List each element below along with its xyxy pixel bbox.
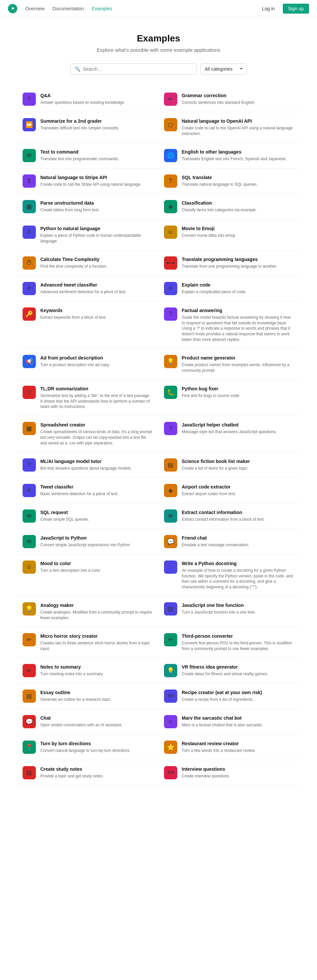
nav-link-documentation[interactable]: Documentation [53,6,84,11]
card-desc-12: Convert movie titles into emoji. [182,233,236,239]
card-27[interactable]: # Tweet classifer Basic sentiment detect… [17,478,159,503]
card-icon-12: ☺ [164,226,177,239]
nav-link-overview[interactable]: Overview [25,6,45,11]
card-desc-3: Translates difficult text into simpler c… [40,126,119,131]
card-title-25: ML/AI language model tutor [40,458,132,464]
card-11[interactable]: # Python to natural language Explain a p… [17,220,159,250]
card-4[interactable]: ◻ Natural language to OpenAI API Create … [159,112,300,143]
card-desc-43: Open ended conversation with an AI assis… [40,722,123,728]
card-text-44: Marv the sarcastic chat bot Marv is a fa… [182,715,263,728]
card-desc-33: Turn a text description into a color. [40,568,101,573]
card-desc-19: Turn a product description into ad copy. [40,362,110,368]
card-47[interactable]: ▤ Create study notes Provide a topic and… [17,760,159,786]
card-text-17: Keywords Extract keywords from a block o… [40,307,107,320]
card-5[interactable]: ✉ Text to command Translate text into pr… [17,143,159,169]
card-desc-21: Summarize text by adding a 'tldr:' to th… [40,393,153,410]
card-8[interactable]: ? SQL translate Translate natural langua… [159,169,300,194]
card-desc-44: Marv is a factual chatbot that is also s… [182,722,263,728]
card-42[interactable]: 🍽 Recipe creator (eat at your own risk) … [159,684,300,709]
card-3[interactable]: ⏩ Summarize for a 2nd grader Translates … [17,112,159,143]
card-title-36: JavaScript one line function [182,602,256,608]
card-text-9: Parse unstructured data Create tables fr… [40,200,100,213]
card-text-37: Micro horror story creator Creates two t… [40,633,153,652]
card-32[interactable]: 💬 Friend chat Emulate a text message con… [159,529,300,555]
card-18[interactable]: ? Factual answering Guide the model towa… [159,301,300,349]
logo-icon[interactable]: ✦ [8,4,17,13]
card-desc-14: Translate from one programming language … [182,264,277,269]
card-30[interactable]: ✉ Extract contact information Extract co… [159,503,300,529]
card-title-27: Tweet classifer [40,484,118,490]
card-text-18: Factual answering Guide the model toward… [182,307,295,343]
card-desc-23: Create spreadsheets of various kinds of … [40,429,153,446]
card-20[interactable]: 💡 Product name generator Create product … [159,349,300,380]
card-6[interactable]: 🌐 English to other languages Translates … [159,143,300,169]
card-16[interactable]: # Explain code Explain a complicated pie… [159,276,300,301]
card-text-7: Natural language to Stripe API Create co… [40,175,142,188]
card-43[interactable]: 💬 Chat Open ended conversation with an A… [17,709,159,735]
card-17[interactable]: 🔑 Keywords Extract keywords from a block… [17,301,159,349]
card-28[interactable]: ◈ Airport code extractor Extract airport… [159,478,300,503]
card-35[interactable]: 💡 Analogy maker Create analogies. Modifi… [17,596,159,627]
card-38[interactable]: ✏ Third-person converter Converts first-… [159,627,300,658]
card-22[interactable]: 🐛 Python bug fixer Find and fix bugs in … [159,380,300,416]
login-button[interactable]: Log in [258,4,279,13]
card-desc-17: Extract keywords from a block of text. [40,315,107,320]
card-10[interactable]: ◈ Classification Classify items into cat… [159,194,300,220]
card-40[interactable]: 💡 VR fitness idea generator Create ideas… [159,658,300,684]
card-45[interactable]: 📍 Turn by turn directions Convert natura… [17,735,159,760]
card-2[interactable]: ✏ Grammar correction Corrects sentences … [159,87,300,112]
card-desc-27: Basic sentiment detection for a piece of… [40,491,118,497]
card-icon-42: 🍽 [164,689,177,703]
card-48[interactable]: 🍽 Interview questions Create interview q… [159,760,300,786]
card-39[interactable]: ✏ Notes to summary Turn meeting notes in… [17,658,159,684]
card-24[interactable]: ? JavaScript helper chatbot Message-styl… [159,416,300,452]
card-19[interactable]: 📢 Ad from product description Turn a pro… [17,349,159,380]
card-21[interactable]: ▽ TL;DR summarization Summarize text by … [17,380,159,416]
card-icon-8: ? [164,175,177,188]
card-desc-28: Extract airport codes from text. [182,491,236,497]
search-input[interactable] [83,64,192,74]
card-12[interactable]: ☺ Movie to Emoji Convert movie titles in… [159,220,300,250]
card-icon-34 [164,560,177,574]
card-text-42: Recipe creator (eat at your own risk) Cr… [182,689,262,702]
card-15[interactable]: # Advanced tweet classifier Advanced sen… [17,276,159,301]
card-31[interactable]: ✉ JavaScript to Python Convert simple Ja… [17,529,159,555]
card-37[interactable]: ✏ Micro horror story creator Creates two… [17,627,159,658]
card-34[interactable]: Write a Python docstring An example of h… [159,555,300,596]
category-filter[interactable]: All categories [201,64,247,75]
card-desc-48: Create interview questions. [182,773,230,779]
card-icon-38: ✏ [164,633,177,646]
card-36[interactable]: ▤ JavaScript one line function Turn a Ja… [159,596,300,627]
card-title-38: Third-person converter [182,633,295,639]
card-desc-46: Turn a few words into a restaurant revie… [182,748,256,754]
card-26[interactable]: ▤ Science fiction book list maker Create… [159,452,300,478]
signup-button[interactable]: Sign up [283,4,309,14]
card-title-28: Airport code extractor [182,484,236,490]
card-desc-26: Create a list of items for a given topic… [182,466,250,471]
card-13[interactable]: ⏱ Calculate Time Complexity Find the tim… [17,250,159,276]
card-title-33: Mood to color [40,560,101,566]
card-23[interactable]: ▦ Spreadsheet creator Create spreadsheet… [17,416,159,452]
card-7[interactable]: $ Natural language to Stripe API Create … [17,169,159,194]
card-14[interactable]: ⟷ Translate programming languages Transl… [159,250,300,276]
nav-link-examples[interactable]: Examples [92,6,112,11]
card-text-1: Q&A Answer questions based on existing k… [40,92,126,105]
card-icon-15: # [22,282,36,295]
card-25[interactable]: ? ML/AI language model tutor Bot that an… [17,452,159,478]
card-1[interactable]: ? Q&A Answer questions based on existing… [17,87,159,112]
card-title-37: Micro horror story creator [40,633,153,639]
card-41[interactable]: ▤ Essay outline Generate an outline for … [17,684,159,709]
card-text-45: Turn by turn directions Convert natural … [40,741,131,754]
card-text-23: Spreadsheet creator Create spreadsheets … [40,422,153,446]
card-9[interactable]: ▦ Parse unstructured data Create tables … [17,194,159,220]
card-desc-18: Guide the model towards factual answerin… [182,315,295,343]
card-text-16: Explain code Explain a complicated piece… [182,282,247,295]
card-33[interactable]: ☺ Mood to color Turn a text description … [17,555,159,596]
card-title-10: Classification [182,200,257,206]
card-44[interactable]: ☺ Marv the sarcastic chat bot Marv is a … [159,709,300,735]
card-icon-37: ✏ [22,633,36,646]
card-29[interactable]: ✉ SQL request Create simple SQL queries. [17,503,159,529]
card-desc-36: Turn a JavaScript function into a one li… [182,609,256,615]
card-46[interactable]: ⭐ Restaurant review creator Turn a few w… [159,735,300,760]
card-title-43: Chat [40,715,123,721]
